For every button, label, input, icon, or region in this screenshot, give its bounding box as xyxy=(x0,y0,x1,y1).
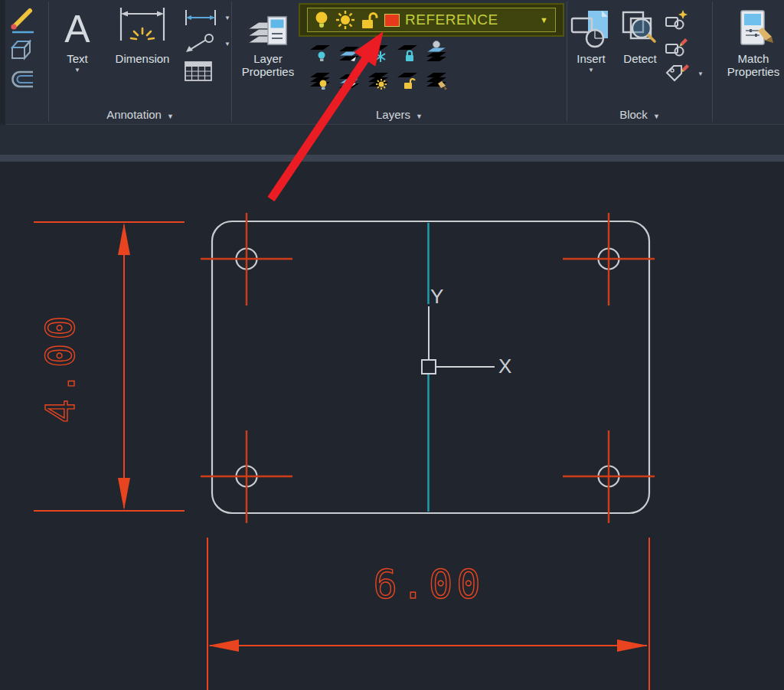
insert-button-label: Insert xyxy=(577,52,606,65)
text-icon: A xyxy=(64,9,90,49)
chevron-down-icon[interactable]: ▼ xyxy=(697,70,704,78)
annotation-panel-label-text: Annotation xyxy=(106,108,162,121)
panel-separator xyxy=(48,2,49,122)
layer-on-bulb-icon xyxy=(313,10,330,30)
layer-combo-highlight: REFERENCE ▼ xyxy=(299,3,564,37)
layer-freeze-icon xyxy=(367,40,390,63)
layer-properties-button[interactable]: Layer Properties xyxy=(234,3,302,78)
layer-unlock-icon xyxy=(361,11,379,30)
ucs-x-label: X xyxy=(498,355,511,378)
ribbon-left-edge xyxy=(0,0,5,125)
layer-tools-grid xyxy=(305,38,451,93)
annotation-mini-tools: ▼ ▼ xyxy=(184,8,230,83)
layer-off-icon xyxy=(309,40,332,63)
clip-icon[interactable] xyxy=(9,69,35,90)
layer-properties-icon xyxy=(247,6,289,49)
detect-icon xyxy=(619,9,662,49)
layer-combo[interactable]: REFERENCE ▼ xyxy=(307,8,556,32)
layer-freeze-button[interactable] xyxy=(364,38,393,65)
block-editor-button[interactable] xyxy=(665,36,704,57)
layer-lock-icon xyxy=(396,40,419,63)
multileader-button[interactable]: ▼ xyxy=(184,33,230,54)
make-current-icon xyxy=(425,40,448,63)
create-block-icon xyxy=(665,9,689,31)
panel-separator xyxy=(567,2,567,122)
edit-pencil-icon[interactable] xyxy=(8,6,38,35)
block-panel-label-text: Block xyxy=(619,108,648,121)
combo-chevron-down-icon[interactable]: ▼ xyxy=(540,15,548,25)
ribbon: A Text ▼ Dimension xyxy=(0,0,784,125)
annotation-panel-label[interactable]: Annotation▼ xyxy=(49,108,231,121)
chevron-down-icon: ▼ xyxy=(588,67,594,74)
text-button-label: Text xyxy=(67,52,88,65)
starburst-icon xyxy=(131,28,154,39)
text-button[interactable]: A Text ▼ xyxy=(55,3,100,74)
dimension-horizontal-value[interactable]: 6.00 xyxy=(373,561,484,607)
layer-unisolate-button[interactable] xyxy=(335,65,364,93)
create-block-button[interactable] xyxy=(665,9,704,31)
detect-button-label: Detect xyxy=(623,52,656,65)
layer-off-button[interactable] xyxy=(305,38,335,65)
make-object-layer-current-button[interactable] xyxy=(422,38,451,65)
block-editor-icon xyxy=(665,36,689,57)
layers-panel-label-text: Layers xyxy=(376,108,410,121)
cube-3d-icon[interactable] xyxy=(9,38,35,63)
ucs-icon: X Y xyxy=(422,285,511,378)
linear-dimension-icon xyxy=(184,8,217,28)
layer-isolate-button[interactable] xyxy=(335,38,364,65)
panel-separator xyxy=(231,2,232,122)
dimension-vertical-value[interactable]: 4.00 xyxy=(38,312,83,423)
plate-outline[interactable] xyxy=(212,221,649,513)
match-properties-icon xyxy=(732,9,775,49)
chevron-down-icon: ▼ xyxy=(74,67,80,74)
turn-all-layers-on-button[interactable] xyxy=(305,65,335,93)
layers-on-icon xyxy=(309,67,332,90)
detect-button[interactable]: Detect xyxy=(617,3,663,65)
edit-attributes-icon xyxy=(665,63,691,84)
dimension-horizontal[interactable]: 6.00 xyxy=(207,538,649,690)
layer-unisolate-icon xyxy=(338,67,361,90)
layer-thaw-icon xyxy=(367,67,390,90)
insert-block-icon xyxy=(570,9,612,49)
chevron-down-icon: ▼ xyxy=(416,113,423,120)
match-properties-label: Match Properties xyxy=(723,52,784,78)
layer-match-icon xyxy=(425,67,448,90)
layer-color-swatch xyxy=(384,14,400,27)
layer-unlock-icon xyxy=(396,67,419,90)
linear-dimension-button[interactable]: ▼ xyxy=(184,8,230,28)
layer-properties-label: Layer Properties xyxy=(234,52,302,78)
table-icon xyxy=(184,60,213,83)
chevron-down-icon: ▼ xyxy=(167,113,174,120)
dimension-button[interactable]: Dimension xyxy=(106,3,179,65)
panel-separator xyxy=(712,2,713,122)
table-button[interactable] xyxy=(184,60,230,83)
match-properties-button[interactable]: Match Properties xyxy=(723,3,784,78)
layer-match-button[interactable] xyxy=(422,65,451,93)
layer-isolate-icon xyxy=(338,40,361,63)
layer-thaw-button[interactable] xyxy=(364,65,393,93)
dimension-button-label: Dimension xyxy=(116,52,170,65)
multileader-icon xyxy=(184,33,217,54)
layer-unlock-button[interactable] xyxy=(393,65,422,93)
selected-layer-name: REFERENCE xyxy=(405,11,534,28)
insert-button[interactable]: Insert ▼ xyxy=(568,3,614,74)
chevron-down-icon[interactable]: ▼ xyxy=(224,41,230,48)
block-panel-label[interactable]: Block▼ xyxy=(567,108,712,121)
dimension-vertical[interactable]: 4.00 xyxy=(34,222,185,511)
layer-lock-button[interactable] xyxy=(393,38,422,65)
dimension-icon xyxy=(117,8,168,49)
chevron-down-icon: ▼ xyxy=(653,113,660,120)
layer-thaw-sun-icon xyxy=(335,10,355,30)
block-mini-tools: ▼ xyxy=(665,9,704,84)
edit-attributes-button[interactable]: ▼ xyxy=(665,63,704,84)
ucs-y-label: Y xyxy=(430,285,443,308)
chevron-down-icon[interactable]: ▼ xyxy=(224,15,230,22)
layers-panel-label[interactable]: Layers▼ xyxy=(232,108,567,121)
